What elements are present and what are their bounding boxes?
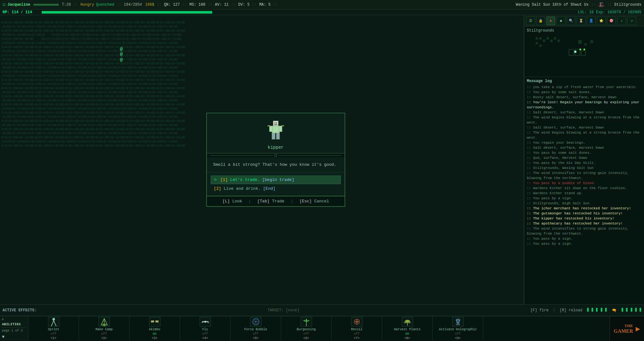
option-key-1: [1] xyxy=(220,177,230,182)
toolbar: ☰ 🔒 🔺 ◉ 🔍 ⏳ 👤 ⭐ 🎯 ⚔ ↗ xyxy=(524,15,644,27)
abilities-page: page 1 of 2 xyxy=(2,329,23,332)
ability-slot-makecamp[interactable]: Make Camp off <2> xyxy=(79,316,129,341)
hungry-status: Hungry xyxy=(81,3,94,7)
minimap-label: Stiltgrounds xyxy=(527,28,554,33)
minimap: Stiltgrounds xyxy=(524,27,644,77)
ma-stat: MA: 5 xyxy=(259,3,271,7)
svg-rect-28 xyxy=(580,49,581,50)
dialog-option-1[interactable]: > [1] Let's trade. [begin trade] xyxy=(211,176,341,184)
harvestplants-name: Harvest Plants xyxy=(394,327,420,332)
area-name: Stiltgrounds xyxy=(614,3,641,7)
makecamp-status: off xyxy=(101,332,107,336)
svg-rect-27 xyxy=(575,51,576,53)
star-button[interactable]: ⭐ xyxy=(597,16,606,25)
message-log[interactable]: Message log :: you take a sip of fresh w… xyxy=(524,77,644,304)
dialog-option-2[interactable]: [2] Live and drink. [End] xyxy=(211,185,341,193)
abilities-title: ABILITIES xyxy=(2,322,21,326)
dialog-portrait: kipper xyxy=(207,113,345,153)
makecamp-icon xyxy=(99,317,110,326)
svg-rect-3 xyxy=(279,126,282,132)
log-entry: :: Salt desert, surface, Harvest Dawn xyxy=(527,125,641,130)
svg-rect-12 xyxy=(536,37,538,40)
fly-status: off xyxy=(202,332,208,336)
ability-slot-akimbo[interactable]: Akimbo on <3> xyxy=(129,316,180,341)
option-key-2: [2] xyxy=(214,186,224,191)
svg-rect-40 xyxy=(151,322,152,323)
log-entry: :: Salt desert, surface, Harvest Dawn xyxy=(527,145,641,150)
hp-label: HP: 114 / 114 xyxy=(3,10,40,15)
ability-slot-forcebubble[interactable]: Force Bubble off <5> xyxy=(231,316,281,341)
log-entry: :: Wardens Esther stand up. xyxy=(527,191,641,196)
cancel-key: [Esc] xyxy=(299,199,314,204)
dialog-options[interactable]: > [1] Let's trade. [begin trade] [2] Liv… xyxy=(207,172,345,196)
sprint-info: Sprint off <1> xyxy=(48,327,59,341)
svg-point-51 xyxy=(408,321,411,323)
search-button[interactable]: 🔍 xyxy=(567,16,575,25)
svg-rect-7 xyxy=(276,123,277,123)
crosshair-button[interactable]: 🎯 xyxy=(607,16,616,25)
svg-rect-6 xyxy=(274,123,275,123)
quenched-status: Quenched xyxy=(96,3,114,7)
character-button[interactable]: 👤 xyxy=(587,16,596,25)
svg-line-34 xyxy=(55,324,56,326)
look-key: [L] xyxy=(222,199,232,204)
ability-slot-fly[interactable]: Fly off <4> xyxy=(180,316,231,341)
main-layout: Ω≈Ω≈Ω≈≈ΩΩ≈Ω≈≈Ω≈ΩΩ≈Ω≈Ω≈≈ΩΩ≈Ω≈≈Ω≈ΩΩ≈Ω≈Ω≈≈Ω… xyxy=(0,15,644,304)
fly-icon xyxy=(200,317,211,326)
forcebubble-name: Force Bubble xyxy=(244,327,267,332)
target-button[interactable]: ◉ xyxy=(557,16,565,25)
holographic-icon xyxy=(452,317,464,326)
time-location: Waning Salt Sun 18th of Shwut Ux xyxy=(516,3,588,7)
recoil-status: off xyxy=(354,332,359,336)
alert-button[interactable]: 🔺 xyxy=(546,16,555,25)
qn-stat: QN: 127 xyxy=(164,3,180,7)
npc-name: kipper xyxy=(210,145,341,150)
log-entry: :: The gutsmonger has restocked his inve… xyxy=(527,211,641,216)
burgeoning-info: Burgeoning off <6> xyxy=(297,327,316,341)
svg-rect-15 xyxy=(546,37,549,40)
svg-rect-5 xyxy=(276,133,280,139)
npc-sprite xyxy=(266,120,285,142)
active-effects-label: ACTIVE EFFECTS: xyxy=(3,308,37,313)
abilities-scroll-down[interactable]: ▼ xyxy=(2,334,4,339)
game-world[interactable]: Ω≈Ω≈Ω≈≈ΩΩ≈Ω≈≈Ω≈ΩΩ≈Ω≈Ω≈≈ΩΩ≈Ω≈≈Ω≈ΩΩ≈Ω≈Ω≈≈Ω… xyxy=(0,15,524,304)
dialog-controls: [L] Look | [Tab] Trade | [Esc] Cancel xyxy=(207,196,345,206)
svg-rect-21 xyxy=(578,40,582,44)
svg-rect-22 xyxy=(584,43,587,46)
ability-slot-sprint[interactable]: Sprint off <1> xyxy=(28,316,79,341)
log-entry: :: you take a sip of fresh water from yo… xyxy=(527,85,641,90)
hp-exp-bar: HP: 114 / 114 LVL: 18 Exp: 102070 / 1029… xyxy=(0,9,644,15)
time-button[interactable]: ⏳ xyxy=(577,16,586,25)
option-arrow: > xyxy=(214,177,217,182)
lvl-label: LVL: 18 Exp: 102070 / 102985 xyxy=(578,10,641,15)
svg-rect-8 xyxy=(274,124,277,125)
dialog-box[interactable]: kipper Smell a bit strong? That's how yo… xyxy=(206,113,345,207)
ammo-display: 🔫 xyxy=(587,308,641,313)
option-text-1: Let's trade. xyxy=(230,177,262,182)
makecamp-name: Make Camp xyxy=(95,327,112,332)
look-label: Look xyxy=(232,199,242,204)
ability-slot-harvestplants[interactable]: Harvest Plants on <8> xyxy=(382,316,433,341)
log-entry: :: You pass by the Six Day Stilt. xyxy=(527,160,641,165)
holographic-status: off xyxy=(455,332,460,336)
arrow-button[interactable]: ↗ xyxy=(627,16,636,25)
fly-key: <4> xyxy=(202,336,208,341)
log-entry: :: Qud, surface, Harvest Dawn xyxy=(527,155,641,160)
abilities-section: A ABILITIES page 1 of 2 ▼ xyxy=(0,316,28,341)
log-entries: :: you take a sip of fresh water from yo… xyxy=(527,85,641,246)
message-log-header: Message log xyxy=(527,79,641,83)
ability-slot-burgeoning[interactable]: Burgeoning off <6> xyxy=(281,316,332,341)
top-status-bar: ☺ Jacqueline T:28 :: Hungry Quenched :: … xyxy=(0,0,644,9)
recoil-name: Recoil xyxy=(351,327,362,332)
burgeoning-icon xyxy=(301,317,312,326)
lock-button[interactable]: 🔒 xyxy=(536,16,545,25)
dialog-flavor-text: Smell a bit strong? That's how you know … xyxy=(207,157,345,172)
turn-counter: T:28 xyxy=(62,3,71,7)
ability-slot-holographic[interactable]: Activate Holographic off <9> xyxy=(433,316,483,341)
minimap-content xyxy=(531,34,638,74)
harvestplants-info: Harvest Plants on <8> xyxy=(394,327,420,341)
svg-rect-23 xyxy=(590,40,593,43)
menu-button[interactable]: ☰ xyxy=(526,16,535,25)
ability-slot-recoil[interactable]: Recoil off <7> xyxy=(332,316,382,341)
combat-button[interactable]: ⚔ xyxy=(617,16,626,25)
